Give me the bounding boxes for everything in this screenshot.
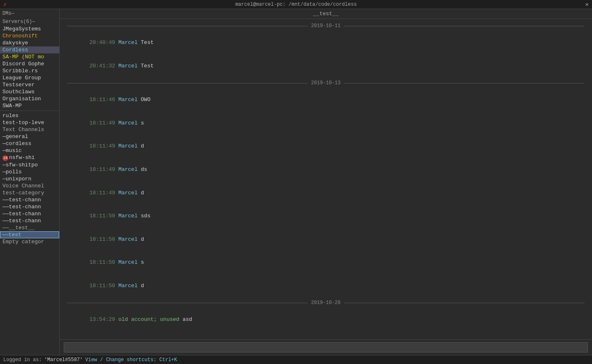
status-logged-in-label: Logged in as: xyxy=(3,357,42,363)
channel-unixporn[interactable]: —unixporn xyxy=(0,175,59,182)
channel-general[interactable]: —general xyxy=(0,133,59,140)
message-4: 18:11:49 Marcel s xyxy=(60,112,592,135)
channel-test-underline[interactable]: ——__test__ xyxy=(0,224,59,231)
sidebar-item-scribble[interactable]: Scribble.rs xyxy=(0,67,59,74)
message-6: 18:11:49 Marcel ds xyxy=(60,158,592,182)
section-test-category: test-category xyxy=(0,189,59,196)
titlebar-title: marcel@marcel-pc: /mnt/data/code/cordles… xyxy=(235,2,357,7)
sidebar-item-dakyskye[interactable]: dakyskye xyxy=(0,39,59,46)
channel-test-chann-4[interactable]: ——test-chann xyxy=(0,217,59,224)
messages-list: 2019-10-11 20:40:49 Marcel Test 20:41:32… xyxy=(60,19,592,339)
message-1: 20:40:49 Marcel Test xyxy=(60,31,592,55)
content-area: __test__ 2019-10-11 20:40:49 Marcel Test… xyxy=(60,9,592,355)
channel-test-chann-3[interactable]: ——test-chann xyxy=(0,210,59,217)
message-input[interactable] xyxy=(64,342,588,352)
section-text-channels: Text Channels xyxy=(0,126,59,133)
titlebar-left: ✗ xyxy=(3,1,7,8)
message-13: 13:54:29 old account; unused asd xyxy=(60,332,592,339)
message-11: 18:11:50 Marcel d xyxy=(60,274,592,298)
channel-test-active[interactable]: ——test xyxy=(0,231,59,238)
message-5: 18:11:49 Marcel d xyxy=(60,135,592,158)
channel-test-top[interactable]: test-top-leve xyxy=(0,119,59,126)
sidebar-item-organisation[interactable]: Organisation xyxy=(0,95,59,102)
close-button[interactable]: ✕ xyxy=(585,1,589,8)
sidebar-item-cordless[interactable]: Cordless xyxy=(0,46,59,53)
statusbar: Logged in as: 'Marcel#5587' View / Chang… xyxy=(0,355,592,364)
servers-header: Servers(6)— xyxy=(0,17,59,25)
date-divider-2: 2019-10-13 xyxy=(60,78,592,88)
channel-music[interactable]: —music xyxy=(0,147,59,154)
message-12: 13:54:29 old account; unused asd xyxy=(60,308,592,332)
sidebar-item-swamp[interactable]: SWA-MP xyxy=(0,102,59,109)
channel-title: __test__ xyxy=(60,9,592,19)
sidebar-item-jmegasystems[interactable]: JMegaSystems xyxy=(0,25,59,32)
channel-test-chann-2[interactable]: ——test-chann xyxy=(0,203,59,210)
message-8: 18:11:50 Marcel sds xyxy=(60,205,592,228)
channel-nsfw[interactable]: 18nsfw-shi xyxy=(0,154,59,161)
channel-cordless[interactable]: —cordless xyxy=(0,140,59,147)
date-divider-3: 2019-10-28 xyxy=(60,297,592,308)
nsfw-badge: 18 xyxy=(2,155,8,161)
message-10: 18:11:50 Marcel s xyxy=(60,251,592,274)
date-divider-1: 2019-10-11 xyxy=(60,21,592,31)
message-2: 20:41:32 Marcel Test xyxy=(60,55,592,78)
status-username: 'Marcel#5587' xyxy=(44,357,83,363)
sidebar-item-discord-gophe[interactable]: Discord Gophe xyxy=(0,60,59,67)
channel-title-text: __test__ xyxy=(313,11,339,17)
message-3: 18:11:46 Marcel OWO xyxy=(60,88,592,112)
input-area xyxy=(60,339,592,355)
message-7: 18:11:49 Marcel d xyxy=(60,181,592,205)
channel-test-chann-1[interactable]: ——test-chann xyxy=(0,196,59,203)
section-empty: Empty categor xyxy=(0,238,59,245)
dms-header: DMs— xyxy=(0,9,59,17)
app-icon: ✗ xyxy=(3,1,7,8)
channel-polls[interactable]: —polls xyxy=(0,168,59,175)
sidebar-item-testserver[interactable]: Testserver xyxy=(0,81,59,88)
sidebar-divider-1 xyxy=(0,111,59,111)
sidebar-item-chronoshift[interactable]: Chronoshift xyxy=(0,32,59,39)
message-9: 18:11:50 Marcel d xyxy=(60,228,592,251)
section-voice: Voice Channel xyxy=(0,182,59,189)
status-shortcut[interactable]: View / Change shortcuts: Ctrl+K xyxy=(85,357,177,363)
sidebar-item-samp[interactable]: SA-MP (NOT mo xyxy=(0,53,59,60)
titlebar: ✗ marcel@marcel-pc: /mnt/data/code/cordl… xyxy=(0,0,592,9)
sidebar: DMs— Servers(6)— JMegaSystems Chronoshif… xyxy=(0,9,60,355)
sidebar-item-southclaws[interactable]: Southclaws xyxy=(0,88,59,95)
sidebar-item-league[interactable]: League Group xyxy=(0,74,59,81)
channel-sfw[interactable]: —sfw-shitpo xyxy=(0,161,59,168)
channel-rules[interactable]: rules xyxy=(0,112,59,119)
main-layout: DMs— Servers(6)— JMegaSystems Chronoshif… xyxy=(0,9,592,355)
